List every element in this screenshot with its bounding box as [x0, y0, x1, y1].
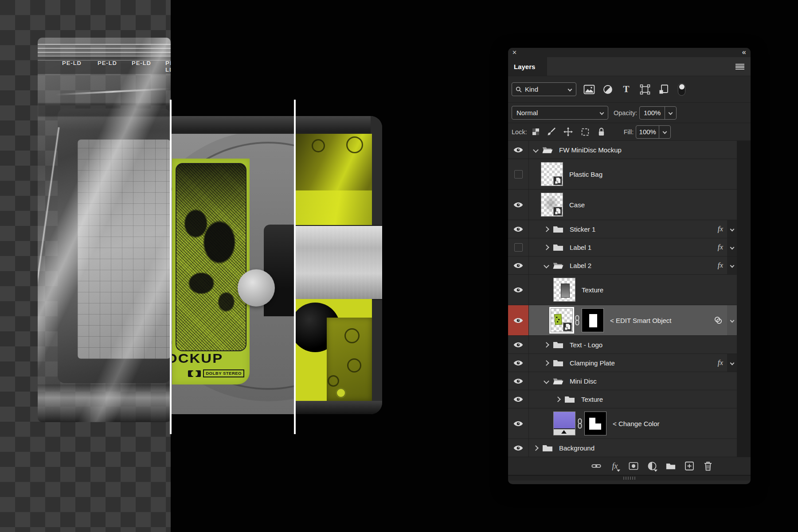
filter-smart-objects-icon[interactable]	[657, 83, 669, 95]
layer-row-sticker-1[interactable]: Sticker 1 fx	[508, 220, 737, 238]
layer-thumbnail[interactable]	[553, 278, 575, 302]
visibility-toggle[interactable]	[508, 336, 529, 353]
layer-mask-thumbnail[interactable]	[582, 308, 604, 332]
layer-row-case[interactable]: Case	[508, 190, 737, 220]
panel-resize-strip[interactable]	[508, 475, 751, 481]
visibility-toggle[interactable]	[508, 305, 529, 335]
collapse-group-icon[interactable]	[544, 263, 549, 268]
fx-expand-chevron[interactable]	[727, 238, 737, 256]
fill-dropdown[interactable]	[659, 126, 670, 138]
green-label: OCKUP DOLBY STEREO	[172, 159, 250, 384]
visibility-toggle[interactable]	[508, 390, 529, 408]
expand-group-icon[interactable]	[533, 445, 539, 451]
layer-row-clamping-plate[interactable]: Clamping Plate fx	[508, 354, 737, 372]
eye-icon	[513, 421, 523, 427]
delete-layer-icon[interactable]	[703, 461, 713, 471]
blend-mode-select[interactable]: Normal	[512, 106, 608, 120]
layer-row-label-1[interactable]: Label 1 fx	[508, 238, 737, 256]
fx-badge[interactable]: fx	[718, 243, 723, 252]
opacity-label: Opacity:	[614, 109, 637, 116]
fx-expand-chevron[interactable]	[727, 354, 737, 372]
layer-row-text-logo[interactable]: Text - Logo	[508, 336, 737, 354]
screw	[346, 136, 363, 153]
visibility-toggle[interactable]	[508, 408, 529, 439]
new-layer-icon[interactable]	[685, 461, 694, 471]
visibility-toggle[interactable]	[508, 439, 529, 457]
link-layers-icon[interactable]	[591, 461, 601, 471]
adjustment-layer-thumbnail[interactable]	[553, 412, 575, 435]
kind-filter-label: Kind	[525, 85, 538, 93]
clamping-plate-area	[327, 318, 372, 401]
layer-row-label-2[interactable]: Label 2 fx	[508, 256, 737, 275]
new-group-icon[interactable]	[666, 461, 676, 471]
eye-icon	[513, 318, 523, 323]
visibility-toggle[interactable]	[508, 190, 529, 220]
layer-filtering-toggle[interactable]	[678, 83, 685, 96]
collapse-group-icon[interactable]	[544, 378, 549, 384]
expand-group-icon[interactable]	[544, 226, 549, 232]
lock-all-icon[interactable]	[598, 127, 605, 136]
visibility-toggle[interactable]	[508, 275, 529, 305]
expand-group-icon[interactable]	[544, 360, 549, 366]
screw	[312, 139, 325, 152]
metal-shutter	[295, 226, 382, 299]
bag-bottom-fold	[38, 384, 171, 422]
dolby-logo-icon	[196, 370, 201, 377]
layer-row-background[interactable]: Background	[508, 439, 737, 457]
layer-thumbnail[interactable]	[541, 162, 563, 186]
kind-filter-select[interactable]: Kind	[512, 82, 576, 96]
screw	[344, 328, 360, 343]
visibility-toggle[interactable]	[508, 238, 529, 256]
layer-row-edit-smart-object[interactable]: < EDIT Smart Object	[508, 305, 737, 336]
fx-expand-chevron[interactable]	[727, 220, 737, 238]
expand-group-icon[interactable]	[544, 245, 549, 250]
visibility-toggle[interactable]	[508, 220, 529, 238]
layer-thumbnail[interactable]	[541, 193, 563, 217]
visibility-toggle[interactable]	[508, 354, 529, 372]
fx-badge[interactable]: fx	[718, 225, 723, 233]
filter-pixel-layers-icon[interactable]	[583, 83, 595, 95]
visibility-toggle[interactable]	[508, 372, 529, 390]
layer-row-texture-group[interactable]: Texture	[508, 390, 737, 408]
mask-link-icon[interactable]	[575, 315, 580, 326]
collapse-panel-icon[interactable]: «	[742, 48, 745, 57]
opacity-input[interactable]: 100%	[639, 106, 677, 120]
layer-row-mini-disc[interactable]: Mini Disc	[508, 372, 737, 390]
panel-menu-icon[interactable]	[735, 64, 744, 70]
layer-thumbnail[interactable]	[551, 308, 573, 332]
scrollbar-track[interactable]	[737, 141, 751, 457]
mask-link-icon[interactable]	[577, 418, 583, 429]
lock-position-icon[interactable]	[563, 127, 573, 136]
fx-expand-chevron[interactable]	[727, 305, 737, 335]
filter-shape-layers-icon[interactable]	[639, 83, 651, 95]
new-adjustment-layer-icon[interactable]	[647, 461, 657, 471]
collapse-group-icon[interactable]	[533, 147, 539, 153]
filter-adjustment-layers-icon[interactable]	[602, 83, 614, 95]
smart-filters-icon[interactable]	[713, 316, 724, 324]
add-layer-style-icon[interactable]: fx	[610, 461, 620, 471]
layer-row-texture[interactable]: Texture	[508, 275, 737, 305]
tab-layers[interactable]: Layers	[508, 57, 547, 76]
close-panel-icon[interactable]: ✕	[512, 49, 517, 56]
lock-transparent-pixels-icon[interactable]	[532, 128, 539, 135]
layer-mask-thumbnail[interactable]	[584, 412, 606, 435]
lock-artboard-icon[interactable]	[580, 127, 590, 137]
filter-type-layers-icon[interactable]: T	[620, 83, 632, 95]
layer-row-fw-minidisc-mockup[interactable]: FW MiniDisc Mockup	[508, 141, 737, 159]
layer-row-plastic-bag[interactable]: Plastic Bag	[508, 159, 737, 190]
open-folder-icon	[553, 377, 563, 385]
visibility-toggle[interactable]	[508, 256, 529, 274]
lock-image-pixels-icon[interactable]	[547, 127, 556, 136]
visibility-toggle[interactable]	[508, 141, 529, 159]
layer-row-change-color[interactable]: < Change Color	[508, 408, 737, 439]
expand-group-icon[interactable]	[544, 342, 549, 348]
visibility-toggle[interactable]	[508, 159, 529, 189]
opacity-dropdown[interactable]	[665, 107, 676, 119]
fx-badge[interactable]: fx	[718, 358, 723, 367]
fill-input[interactable]: 100%	[636, 125, 671, 139]
fx-expand-chevron[interactable]	[727, 256, 737, 274]
xray-mechanism	[295, 134, 372, 190]
fx-badge[interactable]: fx	[718, 261, 723, 270]
add-layer-mask-icon[interactable]	[629, 461, 638, 471]
expand-group-icon[interactable]	[555, 396, 561, 402]
